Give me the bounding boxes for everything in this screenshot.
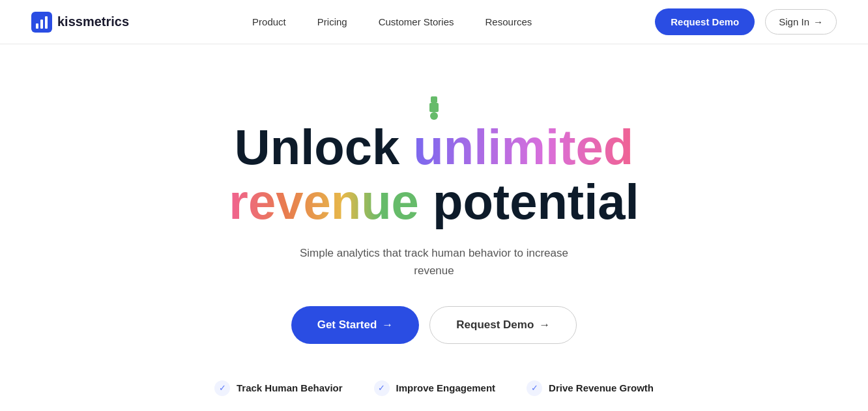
request-demo-hero-label: Request Demo [456,319,534,332]
sign-in-label: Sign In [779,16,809,27]
svg-rect-3 [45,16,48,29]
feature-track: ✓ Track Human Behavior [214,380,343,396]
feature-engage-check-icon: ✓ [374,380,390,396]
feature-engage: ✓ Improve Engagement [374,380,496,396]
get-started-label: Get Started [317,319,377,332]
decorative-dot-1 [431,96,437,103]
sign-in-button[interactable]: Sign In → [765,9,837,35]
feature-revenue: ✓ Drive Revenue Growth [527,380,654,396]
decorative-dot-2 [429,103,439,112]
hero-buttons: Get Started → Request Demo → [291,306,577,344]
logo-text: kissmetrics [57,14,129,29]
nav-item-pricing[interactable]: Pricing [317,16,347,27]
hero-subtitle: Simple analytics that track human behavi… [291,244,577,279]
nav-links: Product Pricing Customer Stories Resourc… [252,16,532,28]
request-demo-hero-button[interactable]: Request Demo → [429,306,577,344]
hero-title-revenue: revenue [229,174,419,229]
feature-track-label: Track Human Behavior [237,382,343,393]
hero-title-unlock: Unlock [235,119,414,175]
logo-icon [31,12,52,33]
sign-in-icon: → [813,16,823,27]
nav-actions: Request Demo Sign In → [655,8,837,35]
feature-revenue-label: Drive Revenue Growth [549,382,654,393]
logo[interactable]: kissmetrics [31,12,129,33]
request-demo-nav-button[interactable]: Request Demo [655,8,755,35]
get-started-button[interactable]: Get Started → [291,306,420,344]
request-demo-arrow-icon: → [539,319,550,332]
hero-title-potential: potential [419,174,639,229]
feature-revenue-check-icon: ✓ [527,380,542,396]
svg-rect-2 [40,20,43,29]
get-started-arrow-icon: → [382,319,393,332]
hero-features: ✓ Track Human Behavior ✓ Improve Engagem… [214,380,654,396]
hero-title: Unlock unlimited revenue potential [229,120,639,229]
hero-section: Unlock unlimited revenue potential Simpl… [0,44,868,411]
navbar: kissmetrics Product Pricing Customer Sto… [0,0,868,44]
nav-item-customer-stories[interactable]: Customer Stories [379,16,454,27]
nav-item-product[interactable]: Product [252,16,286,27]
hero-title-unlimited: unlimited [413,119,633,175]
feature-track-check-icon: ✓ [214,380,230,396]
feature-engage-label: Improve Engagement [396,382,496,393]
nav-item-resources[interactable]: Resources [485,16,532,27]
svg-rect-1 [36,23,38,29]
